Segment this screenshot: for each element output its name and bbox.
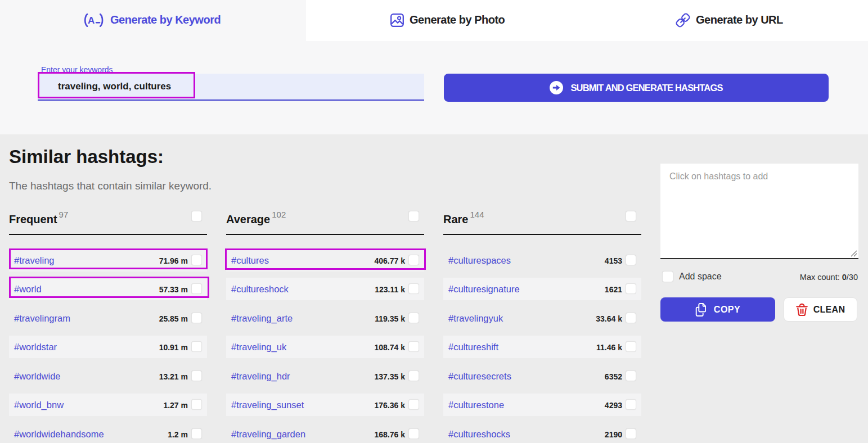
svg-text:A: A <box>88 15 95 26</box>
